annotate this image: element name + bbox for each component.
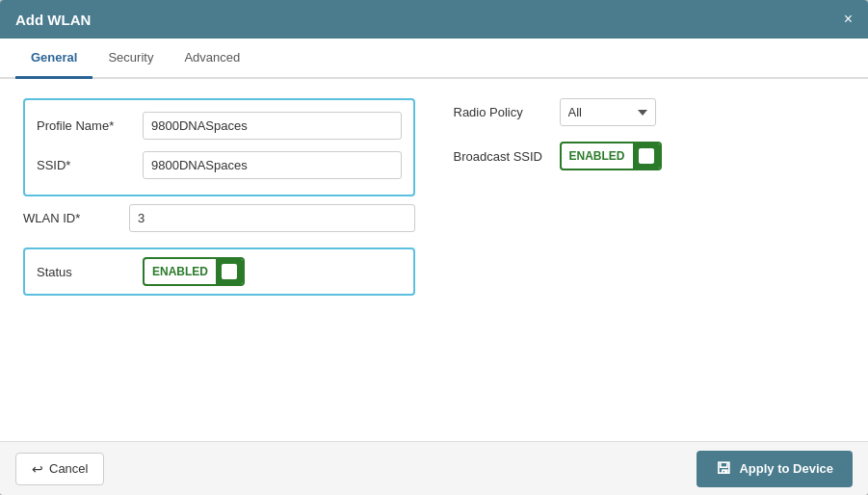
add-wlan-dialog: Add WLAN × General Security Advanced Pro… (0, 0, 868, 495)
broadcast-ssid-toggle-switch[interactable] (633, 143, 660, 169)
apply-icon: 🖫 (716, 460, 731, 478)
status-toggle-switch[interactable] (216, 259, 243, 284)
tab-security[interactable]: Security (92, 39, 169, 79)
ssid-group: SSID* (37, 151, 402, 179)
tab-bar: General Security Advanced (0, 39, 868, 79)
toggle-switch-inner (222, 264, 237, 279)
profile-name-input[interactable] (143, 112, 402, 140)
apply-to-device-button[interactable]: 🖫 Apply to Device (697, 451, 853, 487)
status-group: Status ENABLED (23, 248, 415, 296)
profile-name-label: Profile Name* (37, 118, 143, 133)
close-button[interactable]: × (844, 12, 853, 27)
dialog-header: Add WLAN × (0, 0, 868, 39)
profile-name-group: Profile Name* (37, 112, 402, 140)
broadcast-ssid-toggle[interactable]: ENABLED (560, 142, 662, 170)
status-toggle-text: ENABLED (145, 261, 216, 282)
wlan-id-input[interactable] (129, 204, 415, 232)
broadcast-ssid-label: Broadcast SSID (454, 149, 560, 164)
status-label: Status (37, 265, 143, 279)
dialog-footer: ↩ Cancel 🖫 Apply to Device (0, 441, 868, 495)
broadcast-toggle-switch-inner (639, 148, 654, 164)
apply-label: Apply to Device (739, 461, 833, 476)
cancel-button[interactable]: ↩ Cancel (15, 453, 104, 485)
wlan-id-group: WLAN ID* (23, 204, 415, 232)
ssid-label: SSID* (37, 158, 143, 172)
radio-policy-select[interactable]: All 2.4 GHz 5 GHz 6 GHz (560, 98, 656, 126)
radio-policy-group: Radio Policy All 2.4 GHz 5 GHz 6 GHz (454, 98, 846, 126)
form-right: Radio Policy All 2.4 GHz 5 GHz 6 GHz Bro… (454, 98, 846, 296)
form-layout: Profile Name* SSID* WLAN ID* Status (23, 98, 845, 296)
cancel-icon: ↩ (32, 461, 43, 477)
profile-ssid-group: Profile Name* SSID* (23, 98, 415, 196)
tab-general[interactable]: General (15, 39, 92, 79)
wlan-id-label: WLAN ID* (23, 211, 129, 225)
dialog-title: Add WLAN (15, 12, 91, 28)
broadcast-ssid-toggle-text: ENABLED (562, 145, 633, 167)
ssid-input[interactable] (143, 151, 402, 179)
radio-policy-label: Radio Policy (454, 105, 560, 119)
tab-advanced[interactable]: Advanced (169, 39, 255, 79)
cancel-label: Cancel (49, 461, 88, 476)
broadcast-ssid-group: Broadcast SSID ENABLED (454, 142, 846, 170)
status-toggle[interactable]: ENABLED (143, 257, 245, 286)
dialog-body: Profile Name* SSID* WLAN ID* Status (0, 79, 868, 441)
form-left: Profile Name* SSID* WLAN ID* Status (23, 98, 415, 296)
